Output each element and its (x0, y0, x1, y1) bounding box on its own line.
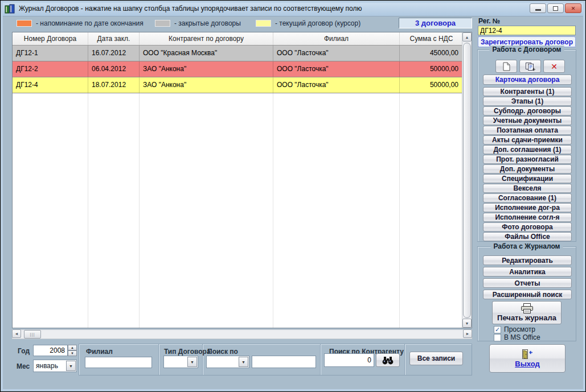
exit-door-icon (521, 349, 534, 360)
table-empty-area (13, 93, 463, 328)
copy-contract-button[interactable] (519, 60, 541, 73)
reports-button[interactable]: Отчеты (483, 278, 572, 288)
cell-number: ДГ12-1 (13, 46, 88, 61)
preview-checkbox[interactable]: ✓ Просмотр (494, 325, 535, 333)
column-header-branch[interactable]: Филиал (273, 32, 400, 45)
advanced-search-button[interactable]: Расширенный поиск (483, 290, 572, 299)
cell-branch: ООО "Ласточка" (273, 61, 400, 77)
horizontal-scrollbar[interactable]: ◄ ||| ► (12, 329, 472, 339)
preview-checkbox-label: Просмотр (504, 325, 535, 333)
search-binoculars-button[interactable] (376, 353, 400, 367)
cell-number: ДГ12-2 (13, 61, 88, 77)
branch-label: Филиал (86, 348, 113, 356)
legend-current: - текущий договор (курсор) (256, 19, 360, 27)
search-by-select[interactable]: ▼ (206, 356, 249, 368)
cell-date: 16.07.2012 (88, 46, 140, 61)
sidebar-button-accounting-docs[interactable]: Учетные документы (483, 116, 572, 125)
cell-branch: ООО "Ласточка" (273, 46, 400, 61)
legend-reminder-label: - напоминание по дате окончания (36, 19, 144, 27)
month-select[interactable]: январь ▼ (33, 360, 77, 372)
column-header-number[interactable]: Номер Договора (13, 32, 88, 45)
reg-number-label: Рег. № (478, 17, 500, 25)
column-header-amount[interactable]: Сумма с НДС (400, 32, 463, 45)
contract-group-title: Работа с Договором (490, 46, 564, 53)
horizontal-scrollbar-thumb[interactable]: ||| (24, 330, 41, 339)
reg-number-input[interactable] (478, 26, 576, 35)
cell-counterparty: ЗАО "Анкона" (140, 77, 273, 93)
new-document-icon (502, 62, 510, 71)
year-label: Год (18, 347, 30, 355)
sidebar-button-addendums[interactable]: Доп. соглашения (1) (483, 145, 572, 154)
minimize-button[interactable] (530, 3, 546, 13)
window-title: Журнал Договоров - нажатие на шапку стол… (19, 5, 362, 13)
reminder-color-swatch (17, 20, 32, 27)
print-journal-label: Печать журнала (497, 313, 556, 322)
app-icon (5, 4, 15, 14)
month-value: январь (34, 360, 65, 372)
closed-color-swatch (155, 20, 170, 27)
ms-office-checkbox[interactable]: ✓ В MS Office (494, 333, 540, 341)
all-records-button[interactable]: Все записи (409, 352, 463, 365)
sidebar-button-agreement-execution[interactable]: Исполнение согл-я (483, 213, 572, 222)
sidebar-button-counterparties[interactable]: Контрагенты (1) (483, 87, 572, 96)
maximize-button[interactable] (547, 3, 564, 13)
column-header-date[interactable]: Дата закл. (88, 32, 140, 45)
contracts-table: Номер Договора Дата закл. Контрагент по … (12, 32, 472, 328)
chevron-down-icon[interactable]: ▼ (239, 357, 248, 367)
sidebar-button-contract-execution[interactable]: Исполнение дог-ра (483, 203, 572, 212)
table-header-row: Номер Договора Дата закл. Контрагент по … (13, 32, 463, 46)
checkbox-icon: ✓ (494, 334, 501, 341)
sidebar-button-approval[interactable]: Согласование (1) (483, 193, 572, 203)
cell-branch: ООО "Ласточка" (273, 77, 400, 93)
cell-date: 06.04.2012 (88, 61, 140, 77)
checkbox-icon: ✓ (494, 326, 501, 333)
sidebar-button-acceptance-acts[interactable]: Акты сдачи-приемки (483, 135, 572, 145)
sidebar-button-subcontracts[interactable]: Субподр. договоры (483, 106, 572, 115)
sidebar-button-stages[interactable]: Этапы (1) (483, 97, 572, 106)
scroll-right-icon[interactable]: ► (463, 329, 472, 338)
year-spin-down-icon[interactable]: ▼ (68, 350, 77, 356)
chevron-down-icon[interactable]: ▼ (187, 357, 197, 367)
column-header-counterparty[interactable]: Контрагент по договору (140, 32, 273, 45)
scroll-up-icon[interactable]: ▲ (462, 32, 472, 42)
contract-type-select[interactable]: ▼ (163, 356, 198, 368)
cell-amount: 50000,00 (400, 77, 463, 93)
contract-group: Работа с Договором ✕ Карточка (477, 49, 576, 242)
counterparty-count-input[interactable] (324, 353, 374, 367)
table-row-current[interactable]: ДГ12-4 18.07.2012 ЗАО "Анкона" ООО "Ласт… (13, 77, 463, 93)
contract-card-button[interactable]: Карточка договора (483, 75, 572, 85)
new-contract-button[interactable] (495, 60, 517, 73)
print-journal-button[interactable]: Печать журнала (492, 301, 562, 324)
scroll-left-icon[interactable]: ◄ (12, 329, 21, 338)
vertical-scrollbar-thumb[interactable] (463, 43, 471, 318)
edit-button[interactable]: Редактировать (483, 255, 572, 265)
year-spinner: ▲ ▼ (68, 345, 77, 356)
sidebar-button-promissory-notes[interactable]: Векселя (483, 184, 572, 193)
contract-type-label: Тип Договора (164, 348, 211, 356)
delete-contract-button[interactable]: ✕ (543, 60, 565, 73)
analytics-button[interactable]: Аналитика (483, 267, 572, 277)
current-color-swatch (256, 20, 271, 27)
contract-type-value (164, 356, 187, 368)
contracts-count-badge: 3 договора (399, 18, 472, 28)
search-query-input[interactable] (252, 356, 316, 368)
sidebar-button-staged-payment[interactable]: Поэтапная оплата (483, 126, 572, 135)
scroll-down-icon[interactable]: ▼ (462, 319, 472, 328)
table-row[interactable]: ДГ12-2 06.04.2012 ЗАО "Анкона" ООО "Ласт… (13, 61, 463, 77)
chevron-down-icon[interactable]: ▼ (66, 361, 76, 371)
sidebar-button-office-files[interactable]: Файлы Office (483, 232, 572, 241)
year-input[interactable] (33, 345, 68, 356)
sidebar-button-additional-docs[interactable]: Доп. документы (483, 164, 572, 174)
sidebar-button-contract-photo[interactable]: Фото договора (483, 222, 572, 232)
branch-input[interactable] (85, 357, 152, 368)
exit-button[interactable]: Выход (489, 344, 565, 373)
year-spin-up-icon[interactable]: ▲ (68, 345, 77, 350)
close-button[interactable]: ✕ (565, 3, 581, 13)
cell-date: 18.07.2012 (88, 77, 140, 93)
vertical-scrollbar[interactable]: ▲ ▼ (462, 32, 472, 328)
table-row[interactable]: ДГ12-1 16.07.2012 ООО "Красная Москва" О… (13, 46, 463, 61)
sidebar-button-specifications[interactable]: Спецификации (483, 174, 572, 183)
exit-label: Выход (515, 360, 539, 368)
sidebar-button-disagreement-protocols[interactable]: Прот. разногласий (483, 155, 572, 164)
journal-group-title: Работа с Журналом (491, 242, 563, 250)
